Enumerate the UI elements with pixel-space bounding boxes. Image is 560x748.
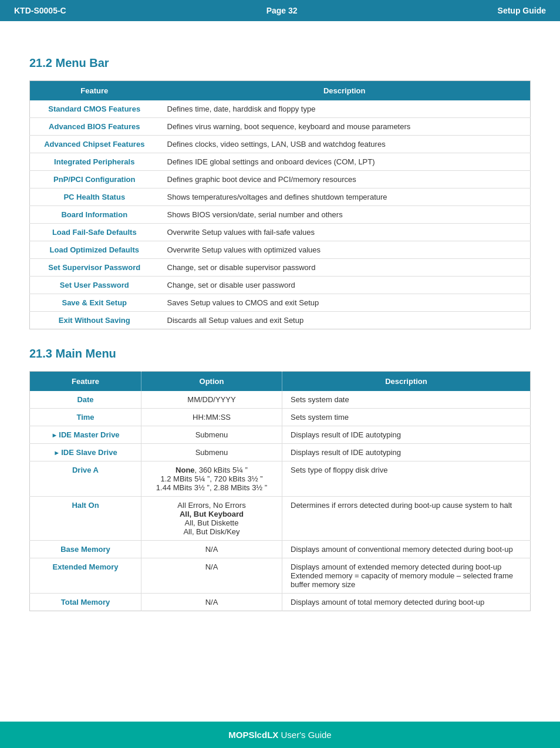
feature-cell: Integrated Peripherals [30,153,159,171]
description-cell: Displays result of IDE autotyping [282,444,531,461]
footer-brand-light: User's Guide [278,730,331,740]
header-left: KTD-S0005-C [14,6,66,15]
description-cell: Defines IDE global settings and onboard … [159,153,531,171]
table-row: Load Optimized Defaults Overwrite Setup … [30,241,531,259]
option-cell: N/A [141,558,282,594]
menu-bar-col2-header: Description [159,81,531,101]
description-cell: Defines virus warning, boot sequence, ke… [159,118,531,136]
feature-cell: Exit Without Saving [30,312,159,329]
table-row: ►IDE Slave Drive Submenu Displays result… [30,444,531,461]
option-cell: HH:MM:SS [141,409,282,426]
main-menu-col1-header: Feature [30,372,141,392]
feature-cell: Standard CMOS Features [30,100,159,118]
table-row: Drive A None, 360 kBits 5¼ ”1.2 MBits 5¼… [30,461,531,497]
table-row: Set Supervisor Password Change, set or d… [30,259,531,277]
arrow-icon: ► [53,449,60,456]
description-cell: Displays amount of total memory detected… [282,594,531,611]
main-menu-table: Feature Option Description Date MM/DD/YY… [29,371,531,611]
feature-cell: PnP/PCI Configuration [30,171,159,188]
feature-cell: Advanced Chipset Features [30,136,159,153]
feature-cell: Date [30,391,141,409]
description-cell: Sets system time [282,409,531,426]
table-row: Date MM/DD/YYYY Sets system date [30,391,531,409]
option-cell: Submenu [141,426,282,444]
feature-cell: Board Information [30,206,159,224]
table-row: Exit Without Saving Discards all Setup v… [30,312,531,329]
table-row: Integrated Peripherals Defines IDE globa… [30,153,531,171]
description-cell: Sets type of floppy disk drive [282,461,531,497]
table-row: Advanced Chipset Features Defines clocks… [30,136,531,153]
menu-bar-table: Feature Description Standard CMOS Featur… [29,80,531,329]
main-menu-col3-header: Description [282,372,531,392]
table-row: Board Information Shows BIOS version/dat… [30,206,531,224]
feature-cell: Total Memory [30,594,141,611]
option-cell: N/A [141,541,282,558]
option-cell: MM/DD/YYYY [141,391,282,409]
feature-cell: Set User Password [30,277,159,294]
table-row: Save & Exit Setup Saves Setup values to … [30,294,531,312]
description-cell: Shows temperatures/voltages and defines … [159,188,531,206]
feature-cell: Advanced BIOS Features [30,118,159,136]
option-cell: None, 360 kBits 5¼ ”1.2 MBits 5¼ ”, 720 … [141,461,282,497]
description-cell: Shows BIOS version/date, serial number a… [159,206,531,224]
header-right: Setup Guide [498,6,546,15]
main-content: 21.2 Menu Bar Feature Description Standa… [0,21,560,676]
arrow-icon: ► [51,432,58,439]
header-center: Page 32 [266,6,298,15]
main-menu-col2-header: Option [141,372,282,392]
option-cell: N/A [141,594,282,611]
feature-cell: Time [30,409,141,426]
page-header: KTD-S0005-C Page 32 Setup Guide [0,0,560,21]
menu-bar-col1-header: Feature [30,81,159,101]
description-cell: Change, set or disable user password [159,277,531,294]
section-21-3-heading: 21.3 Main Menu [29,347,531,360]
feature-cell: ►IDE Slave Drive [30,444,141,461]
table-row: Load Fail-Safe Defaults Overwrite Setup … [30,224,531,241]
feature-cell: Drive A [30,461,141,497]
feature-cell: Load Fail-Safe Defaults [30,224,159,241]
feature-cell: Base Memory [30,541,141,558]
description-cell: Overwrite Setup values with fail-safe va… [159,224,531,241]
feature-cell: Load Optimized Defaults [30,241,159,259]
option-cell: All Errors, No ErrorsAll, But KeyboardAl… [141,497,282,541]
feature-cell: Save & Exit Setup [30,294,159,312]
table-row: ►IDE Master Drive Submenu Displays resul… [30,426,531,444]
description-cell: Determines if errors detected during boo… [282,497,531,541]
description-cell: Displays amount of extended memory detec… [282,558,531,594]
footer-brand-bold: MOPSlcdLX [228,730,278,740]
table-row: Total Memory N/A Displays amount of tota… [30,594,531,611]
feature-cell: PC Health Status [30,188,159,206]
description-cell: Change, set or disable supervisor passwo… [159,259,531,277]
page-footer: MOPSlcdLX User's Guide [0,722,560,748]
table-row: Base Memory N/A Displays amount of conve… [30,541,531,558]
section-21-2-heading: 21.2 Menu Bar [29,56,531,70]
table-row: Extended Memory N/A Displays amount of e… [30,558,531,594]
table-row: Set User Password Change, set or disable… [30,277,531,294]
feature-cell: Halt On [30,497,141,541]
description-cell: Saves Setup values to CMOS and exit Setu… [159,294,531,312]
description-cell: Defines graphic boot device and PCI/memo… [159,171,531,188]
description-cell: Overwrite Setup values with optimized va… [159,241,531,259]
table-row: PC Health Status Shows temperatures/volt… [30,188,531,206]
description-cell: Defines clocks, video settings, LAN, USB… [159,136,531,153]
description-cell: Defines time, date, harddisk and floppy … [159,100,531,118]
description-cell: Displays amount of conventional memory d… [282,541,531,558]
description-cell: Sets system date [282,391,531,409]
table-row: Standard CMOS Features Defines time, dat… [30,100,531,118]
description-cell: Discards all Setup values and exit Setup [159,312,531,329]
feature-cell: Set Supervisor Password [30,259,159,277]
table-row: PnP/PCI Configuration Defines graphic bo… [30,171,531,188]
table-row: Advanced BIOS Features Defines virus war… [30,118,531,136]
feature-cell: ►IDE Master Drive [30,426,141,444]
feature-cell: Extended Memory [30,558,141,594]
description-cell: Displays result of IDE autotyping [282,426,531,444]
table-row: Time HH:MM:SS Sets system time [30,409,531,426]
table-row: Halt On All Errors, No ErrorsAll, But Ke… [30,497,531,541]
option-cell: Submenu [141,444,282,461]
